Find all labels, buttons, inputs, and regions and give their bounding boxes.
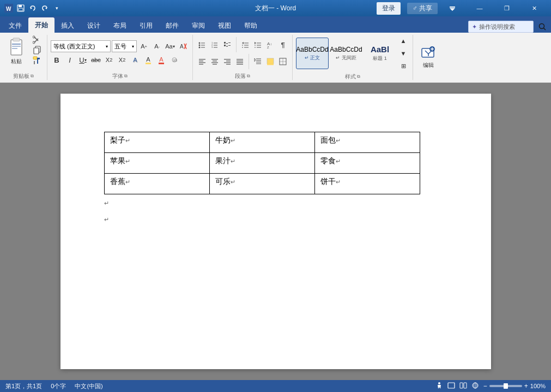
format-painter-button[interactable] [31,56,44,65]
line-spacing-button[interactable] [252,56,264,68]
numbering-button[interactable]: 1. 2. 3. [209,39,221,51]
more-font-button[interactable]: ab [168,54,180,66]
close-button[interactable]: ✕ [522,0,547,16]
show-marks-button[interactable]: ¶ [277,39,289,51]
undo-qat-button[interactable] [28,4,37,13]
zoom-slider[interactable] [489,385,522,387]
paste-button[interactable]: 粘贴 [3,35,29,68]
font-color-button[interactable]: A [155,54,167,66]
table-cell-r3c2[interactable]: 可乐↵ [209,174,314,194]
style-scroll-up[interactable]: ▲ [397,35,409,47]
shading-button[interactable] [264,56,276,68]
font-expand-icon[interactable]: ⧉ [124,74,128,79]
svg-point-34 [199,47,201,48]
decrease-indent-button[interactable] [239,39,251,51]
minimize-button[interactable]: — [467,0,492,16]
font-name-dropdown[interactable]: 等线 (西文正文) ▾ [51,40,111,52]
svg-rect-14 [12,44,21,45]
tab-insert[interactable]: 插入 [55,19,81,33]
style-scroll-down[interactable]: ▼ [397,47,409,59]
zoom-thumb [504,383,508,389]
styles-expand-icon[interactable]: ⧉ [357,74,360,79]
search-bar[interactable]: ✦ 操作说明搜索 [468,21,534,33]
font-row1: 等线 (西文正文) ▾ 五号 ▾ A+ A- Aa▾ A [51,40,189,52]
restore-button[interactable]: ❐ [494,0,519,16]
font-controls: 等线 (西文正文) ▾ 五号 ▾ A+ A- Aa▾ A [51,40,189,66]
style-no-spacing[interactable]: AaBbCcDd ↵ 无间距 [330,38,362,69]
subscript-button[interactable]: X2 [103,54,115,66]
customize-qat-button[interactable]: ▾ [52,4,61,13]
sort-button[interactable]: A ↕ Z [264,39,276,51]
table-cell-r3c1[interactable]: 香蕉↵ [104,174,209,194]
zoom-out-button[interactable]: − [483,382,487,390]
bullets-button[interactable] [196,39,208,51]
highlight-color-button[interactable]: A [142,54,154,66]
paragraph-expand-icon[interactable]: ⧉ [247,74,250,79]
superscript-button[interactable]: X2 [116,54,128,66]
login-button[interactable]: 登录 [377,2,401,15]
increase-indent-button[interactable] [252,39,264,51]
clipboard-expand-icon[interactable]: ⧉ [31,74,34,79]
font-shrink-button[interactable]: A- [151,40,163,52]
ribbon-tab-bar: 文件 开始 插入 设计 布局 引用 邮件 审阅 视图 帮助 ✦ 操作说明搜索 [0,16,551,33]
styles-gallery: AaBbCcDd ↵ 正文 AaBbCcDd ↵ 无间距 AaBl 标题 1 [296,38,396,69]
table-cell-r3c3[interactable]: 饼干↵ [314,174,420,194]
table-cell-r1c1[interactable]: 梨子↵ [104,132,209,153]
multilevel-button[interactable] [221,39,233,51]
table-cell-r2c3[interactable]: 零食↵ [314,153,420,174]
tab-review[interactable]: 审阅 [185,19,211,33]
tab-design[interactable]: 设计 [81,19,107,33]
zoom-in-button[interactable]: + [524,382,528,390]
save-qat-button[interactable] [16,4,25,13]
share-button[interactable]: ♂ 共享 [407,3,438,14]
accessibility-button[interactable] [435,382,443,390]
cut-button[interactable] [31,35,44,45]
zoom-level[interactable]: 100% [530,383,546,389]
ribbon-collapse-button[interactable] [440,0,465,16]
font-grow-button[interactable]: A+ [138,40,150,52]
strikethrough-button[interactable]: abc [90,54,102,66]
editing-button[interactable]: 编辑 [416,41,440,73]
tab-mailings[interactable]: 邮件 [159,19,185,33]
style-heading1[interactable]: AaBl 标题 1 [364,38,396,69]
align-right-button[interactable] [221,56,233,68]
font-size-dropdown[interactable]: 五号 ▾ [112,40,137,52]
align-center-button[interactable] [209,56,221,68]
tab-view[interactable]: 视图 [211,19,238,33]
view-normal-button[interactable] [447,382,455,390]
text-effects-button[interactable]: A [129,54,141,66]
tab-file[interactable]: 文件 [2,19,28,33]
tab-references[interactable]: 引用 [133,19,159,33]
svg-rect-22 [34,48,39,54]
style-expand[interactable]: ⊞ [397,60,409,72]
view-web-button[interactable] [471,382,479,390]
change-case-button[interactable]: Aa▾ [164,40,176,52]
table-cell-r2c2[interactable]: 果汁↵ [209,153,314,174]
tab-layout[interactable]: 布局 [107,19,133,33]
table-cell-r2c1[interactable]: 苹果↵ [104,153,209,174]
para-mark: ↵ [231,137,235,144]
bold-button[interactable]: B [51,54,63,66]
styles-label: 样式 ⧉ [296,72,409,81]
table-cell-r1c3[interactable]: 面包↵ [314,132,420,153]
document-table[interactable]: 梨子↵ 牛奶↵ 面包↵ 苹果↵ 果汁↵ 零食↵ 香蕉↵ 可乐↵ 饼干↵ [104,132,420,194]
editing-label: 编辑 [423,62,434,69]
title-bar: W ▾ 文档一 - Word 登录 ♂ 共享 — ❐ ✕ [0,0,551,16]
align-left-button[interactable] [196,56,208,68]
style-normal[interactable]: AaBbCcDd ↵ 正文 [296,38,329,69]
tab-help[interactable]: 帮助 [238,19,264,33]
italic-button[interactable]: I [64,54,76,66]
para-row2 [196,54,289,69]
copy-button[interactable] [31,45,44,55]
view-reading-button[interactable] [459,382,467,390]
justify-button[interactable] [234,56,246,68]
clear-format-button[interactable]: A [177,40,189,52]
borders-button[interactable] [277,56,289,68]
redo-qat-button[interactable] [40,4,49,13]
search-ribbon-button[interactable] [538,22,547,31]
table-cell-r1c2[interactable]: 牛奶↵ [209,132,314,153]
para-below-table: ↵ [104,198,447,207]
tab-home[interactable]: 开始 [28,17,55,33]
underline-button[interactable]: U▾ [77,54,89,66]
svg-text:A: A [180,44,184,50]
